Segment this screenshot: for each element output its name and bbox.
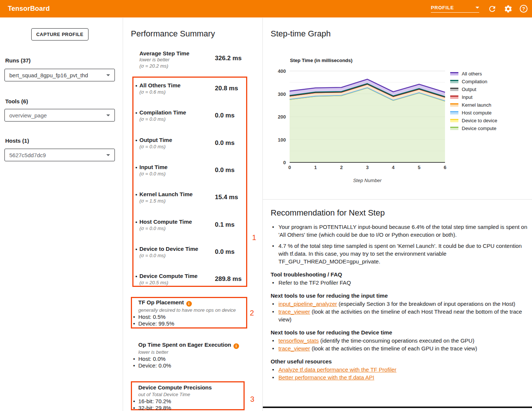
average-step-time: Average Step Time lower is better (σ = 2…	[139, 50, 189, 69]
svg-text:0: 0	[283, 160, 286, 165]
chevron-down-icon	[106, 114, 110, 116]
metric-value: 0.0 ms	[215, 139, 235, 147]
list-item: •Host: 0.0%	[133, 356, 171, 362]
bullet: •	[135, 110, 137, 116]
bullet: •	[133, 314, 138, 320]
runs-label: Runs (37)	[5, 57, 30, 64]
legend-label: Input	[462, 94, 473, 100]
bullet: •	[272, 373, 274, 381]
tools-select[interactable]: overview_page	[4, 109, 115, 122]
link-better-performance-with-the-tf-data-api[interactable]: Better performance with the tf.data API	[278, 374, 374, 381]
link-trace-viewer[interactable]: trace_viewer	[278, 345, 310, 352]
legend-swatch	[450, 119, 458, 122]
metric-sigma: (σ = 0.0 ms)	[139, 226, 165, 231]
settings-gear-icon[interactable]	[504, 4, 513, 13]
legend-item-input: Input	[450, 93, 497, 101]
metric-label: Device Compute Time	[139, 273, 197, 279]
metric-sigma: (σ = 0.0 ms)	[139, 116, 165, 122]
link-input-pipeline-analyzer[interactable]: input_pipeline_analyzer	[278, 301, 337, 307]
metric-sigma: (σ = 20.5 ms)	[139, 280, 168, 285]
svg-text:0: 0	[288, 165, 291, 170]
legend-item-all-others: All others	[450, 70, 497, 78]
bullet: •	[133, 362, 138, 369]
chart-legend: All othersCompilationOutputInputKernel l…	[450, 70, 497, 132]
info-icon[interactable]: i	[233, 343, 239, 349]
legend-item-compilation: Compilation	[450, 78, 497, 85]
bullet: •	[135, 82, 137, 89]
svg-text:300: 300	[278, 91, 286, 97]
bullet: •	[272, 279, 274, 287]
metric-value: 289.8 ms	[215, 275, 242, 283]
performance-summary-panel: Performance Summary Average Step Time lo…	[123, 18, 262, 411]
legend-label: Output	[462, 87, 476, 92]
bullet: •	[135, 273, 137, 279]
metric-row-output-time: •Output Time(σ = 0.0 ms)0.0 ms	[133, 137, 246, 161]
svg-text:6: 6	[444, 165, 446, 170]
help-icon[interactable]: ?	[520, 5, 528, 13]
bullet: •	[272, 242, 274, 250]
svg-text:1: 1	[314, 165, 317, 170]
metric-sigma: (σ = 0.6 ms)	[139, 89, 165, 95]
metric-value: 0.1 ms	[215, 221, 235, 229]
hosts-select-value: 5627c5dd7dc9	[9, 152, 46, 158]
step-time-panel: Step-time Graph Step Time (in millisecon…	[263, 18, 532, 411]
annotation-number-1: 1	[252, 233, 256, 242]
recommendation-groups: Tool troubleshooting / FAQ•Refer to the …	[271, 271, 529, 381]
chart-title: Step Time (in milliseconds)	[290, 58, 352, 63]
panel-bottom-border	[263, 407, 532, 408]
legend-item-output: Output	[450, 85, 497, 93]
section-heading: Tool troubleshooting / FAQ	[271, 271, 529, 278]
metric-value: 20.8 ms	[215, 85, 238, 92]
list-item: •Host: 0.5%	[133, 314, 174, 320]
bullet: •	[272, 300, 274, 308]
svg-text:5: 5	[418, 165, 420, 170]
svg-text:400: 400	[278, 68, 286, 74]
metric-row-compilation-time: •Compilation Time(σ = 0.0 ms)0.0 ms	[133, 109, 246, 134]
list-item: •input_pipeline_analyzer (especially Sec…	[271, 300, 529, 308]
bullet: •	[272, 308, 274, 315]
bullet: •	[272, 337, 274, 344]
eager-title: Op Time Spent on Eager Executioni	[138, 342, 239, 349]
info-icon[interactable]: i	[186, 301, 192, 307]
metric-sigma: (σ = 0.0 ms)	[139, 253, 165, 258]
annotation-box-1: •All Others Time(σ = 0.6 ms)20.8 ms•Comp…	[132, 77, 247, 287]
refresh-icon[interactable]	[488, 4, 497, 13]
performance-summary-title: Performance Summary	[131, 29, 215, 39]
bullet: •	[133, 320, 138, 327]
link-trace-viewer[interactable]: trace_viewer	[278, 308, 310, 315]
list-item: •trace_viewer (look at the activities on…	[271, 344, 529, 352]
metric-label: Compilation Time	[139, 109, 186, 116]
eager-list: •Host: 0.0%•Device: 0.0%	[133, 356, 171, 369]
metric-value: 15.4 ms	[215, 194, 238, 201]
bullet: •	[135, 219, 137, 225]
capture-profile-button[interactable]: CAPTURE PROFILE	[31, 28, 88, 41]
bullet: •	[272, 223, 274, 231]
precisions-list: •16-bit: 70.2%•32-bit: 29.8%	[133, 398, 171, 411]
bullet: •	[135, 246, 137, 252]
metric-label: Kernel Launch Time	[139, 191, 193, 197]
dashboard-select[interactable]: PROFILE	[431, 5, 479, 13]
link-analyze-tf-data-performance-with-the-tf-profiler[interactable]: Analyze tf.data performance with the TF …	[278, 366, 396, 373]
runs-select[interactable]: bert_squad_8gpu_fp16_pvt_thd	[4, 69, 115, 81]
step-time-graph-title: Step-time Graph	[271, 29, 331, 39]
header-controls: PROFILE ?	[431, 4, 528, 13]
annotation-box-3: Device Compute Precisions out of Total D…	[131, 381, 245, 410]
recommendation-bullet: •4.7 % of the total step time sampled is…	[271, 242, 529, 265]
link-tensorflow-stats[interactable]: tensorflow_stats	[278, 337, 319, 344]
metric-label: Input Time	[139, 164, 168, 170]
bullet: •	[133, 398, 138, 405]
legend-label: Kernel launch	[462, 102, 491, 108]
metric-row-device-to-device-time: •Device to Device Time(σ = 0.0 ms)0.0 ms	[133, 246, 246, 270]
hosts-select[interactable]: 5627c5dd7dc9	[4, 149, 115, 161]
list-item: •Device: 0.0%	[133, 362, 171, 369]
svg-text:4: 4	[392, 165, 395, 170]
list-item: •Refer to the TF2 Profiler FAQ	[271, 279, 529, 287]
annotation-number-2: 2	[250, 309, 254, 317]
list-item: •Better performance with the tf.data API	[271, 373, 529, 381]
legend-item-host-compute: Host compute	[450, 109, 497, 117]
list-item: •Device: 99.5%	[133, 320, 174, 327]
precisions-title: Device Compute Precisions	[138, 384, 212, 391]
metric-row-all-others-time: •All Others Time(σ = 0.6 ms)20.8 ms	[133, 82, 246, 107]
tools-select-value: overview_page	[9, 112, 47, 119]
metric-sigma: (σ = 0.0 ms)	[139, 171, 165, 177]
